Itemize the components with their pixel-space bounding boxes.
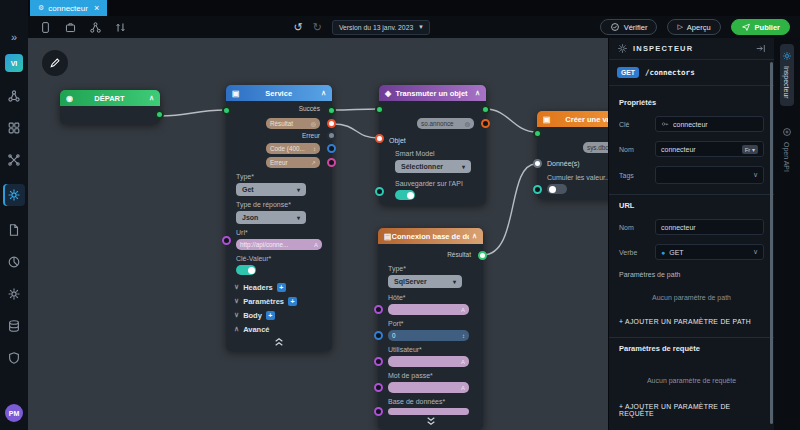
port-erreur-out[interactable] [327,131,336,140]
user-avatar[interactable]: PM [5,404,23,422]
mobile-preview-icon[interactable] [38,20,53,35]
collapse-node-control[interactable] [226,337,332,347]
url-pill[interactable]: http://api/conne... A [236,239,322,250]
collapse-chevron-icon[interactable]: ∧ [321,89,326,97]
dbconf-pill[interactable]: sys.dbconf... [583,142,608,153]
node-creer-variable[interactable]: ▣ Créer une varia... sys.dbconf... Donné… [537,111,608,199]
publish-button[interactable]: Publier [731,19,790,35]
collapse-chevron-icon[interactable]: ∧ [149,94,154,102]
resultat-pill[interactable]: Résultat ◎ [266,118,320,129]
key-input[interactable] [655,116,764,132]
port-code-out[interactable] [327,144,336,153]
collapse-panel-icon[interactable] [755,43,766,54]
port-database-in[interactable] [374,407,383,416]
port-resultat-out[interactable] [327,119,336,128]
body-section[interactable]: ∨ Body + [234,309,324,321]
port-url-in[interactable] [222,236,231,245]
kv-toggle[interactable] [236,265,256,275]
port-creer-in[interactable] [533,129,542,138]
smart-model-select[interactable]: Sélectionner ▾ [395,160,471,173]
port-input-pill[interactable]: 0 ↕ [388,330,469,341]
node-transmuter[interactable]: ◈ Transmuter un objet ∧ so.annonce ◎ Obj… [379,85,486,205]
verb-select[interactable]: ● GET ∨ [655,244,764,260]
document-icon[interactable] [6,222,22,238]
url-name-input[interactable] [655,219,764,235]
share-nodes-icon[interactable] [88,20,103,35]
tab-inspecteur[interactable]: Inspecteur [780,44,794,106]
tags-select[interactable]: ∨ [655,166,764,184]
port-password-in[interactable] [374,383,383,392]
name-input-field[interactable] [661,146,738,153]
save-api-toggle[interactable] [395,190,415,200]
port-depart-out[interactable] [155,110,164,119]
connectors-gear-icon[interactable] [3,184,25,206]
inspector-scrollbar[interactable] [770,62,773,424]
node-depart[interactable]: ◉ DÉPART ∧ [60,90,160,124]
code-pill[interactable]: Code (400... ↕ [266,143,320,154]
erreur-pill[interactable]: Erreur ↗ [266,157,320,168]
add-path-param-button[interactable]: + AJOUTER UN PARAMÈTRE DE PATH [619,318,764,325]
undo-icon[interactable]: ↺ [293,20,302,34]
host-input-pill[interactable]: A [388,304,469,315]
redo-icon[interactable]: ↻ [313,20,322,34]
verify-button[interactable]: Vérifier [600,19,658,35]
type-select[interactable]: Get ▾ [236,183,306,196]
name-input[interactable]: Fr ▾ [655,141,764,157]
port-save-in[interactable] [375,187,384,196]
database-input-pill[interactable] [388,408,469,415]
port-service-in[interactable] [222,106,231,115]
headers-section[interactable]: ∨ Headers + [234,281,324,293]
tab-close-icon[interactable]: × [94,3,99,13]
port-cumul-in[interactable] [533,185,542,194]
node-service[interactable]: ▣ Service ∧ Succès Résultat ◎ [226,85,332,351]
apps-grid-icon[interactable] [6,120,22,136]
chevron-up-icon: ∧ [234,325,239,333]
pie-chart-icon[interactable] [6,254,22,270]
key-input-field[interactable] [673,121,758,128]
expand-node-control[interactable] [378,416,483,426]
port-transmuter-out[interactable] [481,105,490,114]
tab-openapi[interactable]: Open API [780,120,794,179]
response-type-select[interactable]: Json ▾ [236,211,306,224]
preview-button[interactable]: ▷ Aperçu [667,19,720,35]
port-success-out[interactable] [327,106,336,115]
collapse-chevron-icon[interactable]: ∧ [475,89,480,97]
expand-sidebar-icon[interactable]: » [11,30,17,44]
node-connexion-bdd[interactable]: ▤ Connexion base de donn... ∧ Résultat T… [378,228,483,430]
add-body-badge[interactable]: + [266,311,275,320]
add-header-badge[interactable]: + [277,283,286,292]
flow-icon[interactable] [6,152,22,168]
settings-gear-icon[interactable] [6,286,22,302]
annonce-pill[interactable]: so.annonce ◎ [417,118,474,129]
port-user-in[interactable] [374,357,383,366]
collapse-chevron-icon[interactable]: ∧ [472,232,477,240]
cumul-toggle[interactable] [547,184,567,194]
nodes-cluster-icon[interactable] [6,88,22,104]
port-annonce-out[interactable] [481,119,490,128]
tab-connecteur[interactable]: ⚙ connecteur × [30,0,107,16]
user-input-pill[interactable]: A [388,356,469,367]
port-host-in[interactable] [374,305,383,314]
type-select[interactable]: SqlServer ▾ [388,275,462,288]
add-param-badge[interactable]: + [288,297,297,306]
port-resultat-out[interactable] [478,251,487,260]
sort-swap-icon[interactable] [113,20,128,35]
port-donnees-in[interactable] [533,159,542,168]
briefcase-icon[interactable] [63,20,78,35]
database-icon[interactable] [6,318,22,334]
flow-canvas[interactable]: ◉ DÉPART ∧ ▣ Service ∧ [28,38,608,430]
params-section[interactable]: ∨ Paramètres + [234,295,324,307]
url-name-input-field[interactable] [661,224,758,231]
port-port-in[interactable] [374,331,383,340]
port-objet-in[interactable] [375,134,384,143]
password-input-pill[interactable]: A [388,382,469,393]
add-query-param-button[interactable]: + AJOUTER UN PARAMÈTRE DE REQUÊTE [619,403,764,417]
edit-pen-button[interactable] [42,50,68,76]
workspace-avatar[interactable]: VI [5,54,23,72]
port-transmuter-in[interactable] [375,105,384,114]
language-badge[interactable]: Fr ▾ [742,145,758,154]
port-erreur2-out[interactable] [327,158,336,167]
shield-icon[interactable] [6,350,22,366]
advanced-section[interactable]: ∧ Avancé [234,323,324,335]
version-select[interactable]: Version du 13 janv. 2023 ▾ [332,20,430,35]
